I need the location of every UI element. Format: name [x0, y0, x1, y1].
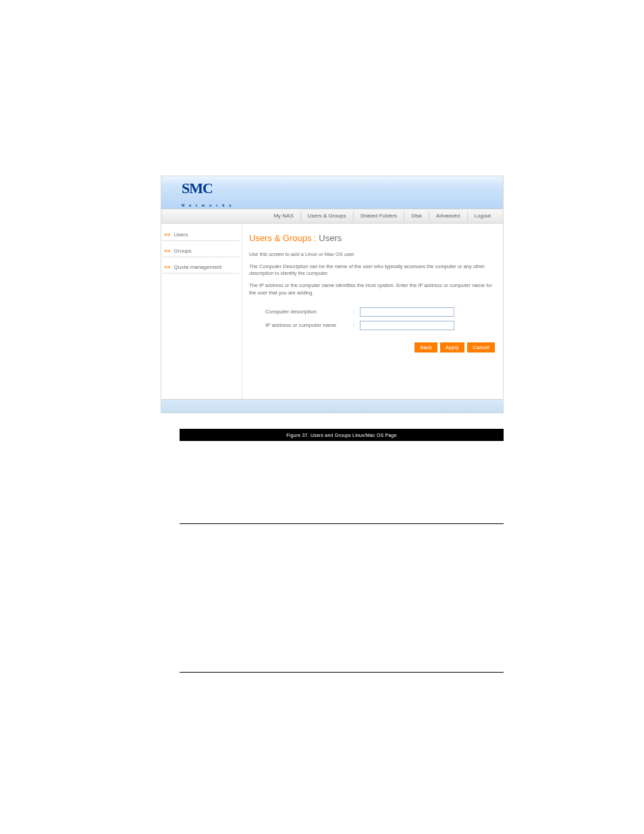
logo-sub: N e t w o r k s — [182, 203, 233, 207]
colon: : — [353, 309, 360, 315]
computer-description-label: Computer description — [265, 309, 353, 315]
horizontal-rule — [180, 523, 504, 524]
figure-caption: Figure 37. Users and Groups Linux/Mac OS… — [180, 429, 504, 441]
colon: : — [353, 322, 360, 328]
chevron-right-icon: >> — [164, 232, 170, 238]
chevron-right-icon: >> — [164, 248, 170, 254]
cancel-button[interactable]: Cancel — [467, 342, 495, 353]
header-band: SMC N e t w o r k s — [161, 176, 503, 209]
tab-bar: My NAS Users & Groups Shared Folders Dis… — [161, 209, 503, 224]
sidebar-item-label: Users — [174, 232, 188, 238]
chevron-right-icon: >> — [164, 264, 170, 270]
sidebar-item-label: Groups — [174, 248, 192, 254]
tab-shared-folders[interactable]: Shared Folders — [354, 211, 405, 221]
title-section: Users — [317, 233, 342, 243]
logo: SMC N e t w o r k s — [182, 188, 233, 207]
form-area: Computer description : IP address or com… — [265, 307, 496, 330]
sidebar-item-users[interactable]: >> Users — [163, 229, 239, 241]
title-prefix: Users & Groups : — [249, 233, 317, 243]
sidebar-item-groups[interactable]: >> Groups — [163, 245, 239, 257]
sidebar-item-label: Quota management — [174, 264, 222, 270]
app-window: SMC N e t w o r k s My NAS Users & Group… — [161, 176, 504, 413]
computer-description-input[interactable] — [360, 307, 454, 317]
sidebar: >> Users >> Groups >> Quota management — [161, 224, 242, 399]
button-row: Back Apply Cancel — [249, 342, 496, 353]
intro-para-2: The Computer Description can be the name… — [249, 263, 496, 277]
tab-disk[interactable]: Disk — [404, 211, 429, 221]
tab-users-groups[interactable]: Users & Groups — [301, 211, 354, 221]
sidebar-item-quota[interactable]: >> Quota management — [163, 261, 239, 273]
intro-para-1: Use this screen to add a Linux or Mac OS… — [249, 251, 496, 258]
logo-main: SMC — [182, 181, 233, 196]
back-button[interactable]: Back — [414, 342, 437, 353]
horizontal-rule — [180, 672, 504, 673]
ip-address-label: IP address or computer name — [265, 322, 353, 328]
page-title: Users & Groups : Users — [249, 233, 496, 243]
content-row: >> Users >> Groups >> Quota management U… — [161, 224, 503, 399]
main-panel: Users & Groups : Users Use this screen t… — [242, 224, 503, 399]
tab-my-nas[interactable]: My NAS — [267, 211, 300, 221]
form-row-ip-address: IP address or computer name : — [265, 321, 496, 330]
intro-para-3: The IP address or the computer name iden… — [249, 282, 496, 296]
apply-button[interactable]: Apply — [440, 342, 464, 353]
caption-text: Figure 37. Users and Groups Linux/Mac OS… — [286, 433, 396, 438]
ip-address-input[interactable] — [360, 321, 454, 330]
tab-logout[interactable]: Logout — [468, 211, 498, 221]
footer-band — [161, 399, 503, 413]
tab-advanced[interactable]: Advanced — [429, 211, 468, 221]
form-row-computer-description: Computer description : — [265, 307, 496, 317]
